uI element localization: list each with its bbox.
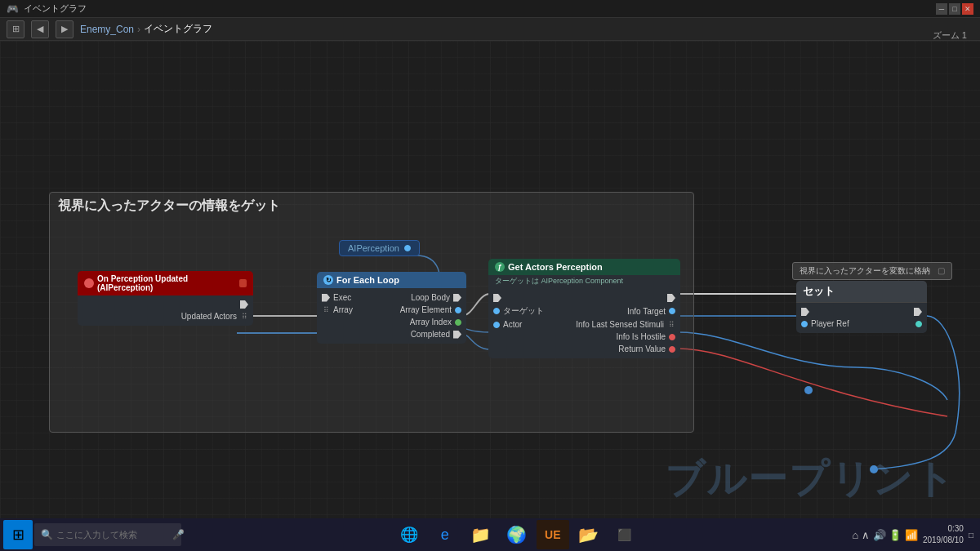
getactors-infotarget-pin	[669, 308, 675, 314]
taskbar-edge[interactable]: e	[429, 520, 461, 549]
set-comment: 視界に入ったアクターを変数に格納 ▢	[792, 262, 952, 280]
foreach-title: For Each Loop	[336, 275, 399, 285]
exec-out-pin	[240, 300, 248, 309]
foreach-exec-in	[322, 294, 330, 302]
taskbar-left: ⊞ 🔍 🎤	[3, 520, 181, 549]
getactors-returnval-row: Return Value	[488, 343, 680, 355]
foreach-array-row: ⠿ Array Array Element	[317, 304, 466, 316]
menubar: ⊞ ◀ ▶ Enemy_Con › イベントグラフ ズーム 1	[0, 18, 980, 41]
node-set[interactable]: セット Player Ref	[796, 281, 927, 333]
getactors-stimuli-label: Info Last Sensed Stimuli	[576, 320, 664, 329]
clock-time: 0:30	[923, 523, 964, 535]
taskbar-chrome[interactable]: 🌍	[501, 520, 533, 549]
foreach-arrayelement-label: Array Element	[400, 305, 452, 314]
getactors-hostile-row: Info Is Hostile	[488, 331, 680, 343]
perception-title: On Perception Updated (AIPerception)	[97, 274, 236, 292]
taskbar: ⊞ 🔍 🎤 🌐 e 📁 🌍 UE 📂 ⬛ ⌂ ∧ 🔊 🔋 📶 0:30 2019…	[0, 518, 980, 551]
comment-box-title: 視界に入ったアクターの情報をゲット	[50, 193, 693, 220]
taskbar-center: 🌐 e 📁 🌍 UE 📂 ⬛	[393, 520, 641, 549]
getactors-actor-in	[493, 322, 500, 328]
getactors-hostile-label: Info Is Hostile	[616, 332, 666, 341]
aiperception-inner: AIPerception	[339, 240, 420, 256]
foreach-array-label: Array	[333, 305, 353, 314]
set-playerref-in	[801, 321, 808, 327]
set-val-out-pin	[915, 321, 922, 327]
getactors-body: ターゲット Info Target Actor Info Last Sensed…	[488, 289, 680, 358]
getactors-target-label: ターゲット	[503, 305, 544, 317]
svg-point-0	[804, 386, 813, 394]
perception-body: Updated Actors ⠿	[78, 295, 253, 326]
updated-actors-pin: ⠿	[240, 313, 248, 321]
maximize-button[interactable]: □	[949, 3, 960, 15]
set-header: セット	[796, 281, 927, 303]
foreach-loopbody-label: Loop Body	[411, 293, 450, 302]
updated-actors-label: Updated Actors	[181, 312, 237, 321]
titlebar-title: イベントグラフ	[24, 2, 87, 15]
set-exec-in	[801, 308, 809, 316]
getactors-returnval-label: Return Value	[618, 344, 666, 353]
search-bar[interactable]: 🔍 🎤	[34, 523, 181, 546]
set-comment-text: 視界に入ったアクターを変数に格納	[800, 266, 930, 275]
getactors-exec-row	[488, 292, 680, 304]
minimize-button[interactable]: ─	[936, 3, 947, 15]
mic-icon: 🎤	[172, 529, 185, 540]
titlebar: 🎮 イベントグラフ ─ □ ✕	[0, 0, 980, 18]
nav-home-button[interactable]: ⊞	[7, 20, 24, 38]
start-button[interactable]: ⊞	[3, 520, 33, 549]
taskbar-right: ⌂ ∧ 🔊 🔋 📶 0:30 2019/08/10 □	[853, 523, 977, 546]
set-comment-icon: ▢	[938, 266, 945, 275]
getactors-icon: ƒ	[495, 262, 505, 272]
search-icon: 🔍	[41, 529, 53, 540]
node-perception[interactable]: On Perception Updated (AIPerception) Upd…	[78, 271, 253, 326]
getactors-actor-label: Actor	[503, 320, 522, 329]
breadcrumb: Enemy_Con › イベントグラフ	[80, 22, 212, 36]
nav-forward-button[interactable]: ▶	[56, 20, 74, 38]
getactors-hostile-pin	[669, 334, 675, 340]
foreach-arrayelement-pin	[455, 307, 461, 313]
svg-point-1	[870, 465, 878, 473]
foreach-header: ↻ For Each Loop	[317, 272, 466, 288]
taskbar-ue4[interactable]: UE	[537, 520, 569, 549]
close-button[interactable]: ✕	[962, 3, 973, 15]
getactors-actor-row: Actor Info Last Sensed Stimuli ⠿	[488, 318, 680, 331]
node-aiperception[interactable]: AIPerception	[339, 240, 420, 256]
breadcrumb-separator: ›	[137, 24, 140, 35]
taskbar-explorer[interactable]: 📂	[572, 520, 605, 549]
getactors-exec-in	[493, 294, 501, 302]
getactors-title: Get Actors Perception	[508, 262, 603, 272]
foreach-arrayindex-row: Array Index	[317, 316, 466, 328]
set-exec-row	[796, 306, 927, 318]
titlebar-left: 🎮 イベントグラフ	[7, 2, 87, 15]
foreach-completed-pin	[453, 331, 461, 339]
perception-corner-pin	[239, 279, 247, 287]
perception-icon	[84, 278, 94, 288]
zoom-label: ズーム 1	[933, 29, 967, 42]
set-playerref-label: Player Ref	[811, 319, 849, 328]
watermark: ブループリント	[665, 453, 956, 505]
taskbar-app6[interactable]: ⬛	[608, 520, 641, 549]
taskbar-ie[interactable]: 🌐	[393, 520, 425, 549]
foreach-exec-row: Exec Loop Body	[317, 291, 466, 304]
search-input[interactable]	[56, 530, 169, 540]
time-display: 0:30 2019/08/10	[923, 523, 964, 546]
pin-row-exec-out	[78, 299, 253, 310]
titlebar-controls[interactable]: ─ □ ✕	[936, 3, 973, 15]
clock-date: 2019/08/10	[923, 535, 964, 546]
foreach-exec-in-label: Exec	[333, 293, 351, 302]
aiperception-out-pin	[404, 245, 411, 251]
ue4-icon: 🎮	[7, 3, 19, 15]
blueprint-canvas[interactable]: 視界に入ったアクターの情報をゲット AIPerception On Percep…	[0, 41, 980, 538]
getactors-returnval-pin	[669, 346, 675, 353]
getactors-stimuli-pin: ⠿	[667, 321, 675, 329]
pin-row-updated-actors: Updated Actors ⠿	[78, 310, 253, 322]
foreach-icon: ↻	[323, 275, 333, 285]
nav-back-button[interactable]: ◀	[31, 20, 49, 38]
getactors-target-row: ターゲット Info Target	[488, 304, 680, 318]
set-body: Player Ref	[796, 303, 927, 333]
taskbar-folder[interactable]: 📁	[465, 520, 497, 549]
node-getactors[interactable]: ƒ Get Actors Perception ターゲットは AIPercept…	[488, 259, 680, 358]
node-foreach[interactable]: ↻ For Each Loop Exec Loop Body ⠿ Array A…	[317, 272, 466, 344]
breadcrumb-parent[interactable]: Enemy_Con	[80, 24, 134, 35]
aiperception-label: AIPerception	[348, 243, 399, 253]
foreach-arrayindex-label: Array Index	[410, 318, 452, 327]
